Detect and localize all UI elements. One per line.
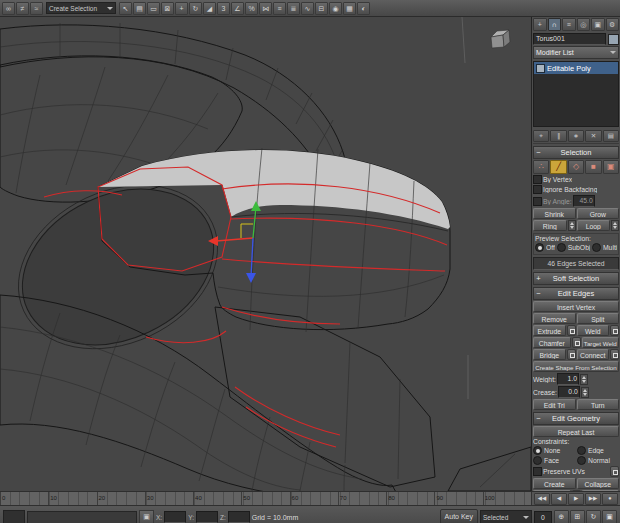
weld-button[interactable]: Weld [577,325,610,336]
target-weld-button[interactable]: Target Weld [582,337,620,348]
timeline-tick-label[interactable]: 20 [97,492,145,505]
curve-editor-icon[interactable]: ∿ [301,2,314,15]
modifier-list-dropdown[interactable]: Modifier List [533,46,619,59]
bind-to-spacewarp-icon[interactable]: ≈ [30,2,43,15]
connect-settings-button[interactable] [610,349,619,360]
material-editor-icon[interactable]: ◉ [329,2,342,15]
shrink-button[interactable]: Shrink [533,208,576,219]
coord-z-field[interactable] [228,511,250,523]
timeline-ruler[interactable]: 0102030405060708090100 [0,492,531,505]
bridge-button[interactable]: Bridge [533,349,566,360]
preview-subobj-radio[interactable] [557,243,566,252]
extrude-settings-button[interactable] [567,325,576,336]
preview-multi-radio[interactable] [592,243,601,252]
timeline-tick-label[interactable]: 100 [483,492,531,505]
object-color-swatch[interactable] [608,34,619,45]
turn-button[interactable]: Turn [577,399,620,410]
grow-button[interactable]: Grow [577,208,620,219]
loop-spinner[interactable] [611,220,619,231]
coord-y-field[interactable] [196,511,218,523]
insert-vertex-button[interactable]: Insert Vertex [533,301,619,312]
tab-display[interactable]: ▣ [591,18,605,31]
layer-manager-icon[interactable]: ≣ [287,2,300,15]
percent-snap-icon[interactable]: % [245,2,258,15]
edge-mode-button[interactable]: ╱ [550,160,566,174]
timeline-tick-label[interactable]: 30 [145,492,193,505]
scale-icon[interactable]: ◢ [203,2,216,15]
perspective-viewport[interactable] [0,17,532,491]
unlink-icon[interactable]: ≠ [16,2,29,15]
border-mode-button[interactable]: ◇ [568,160,584,174]
move-icon[interactable]: + [175,2,188,15]
by-vertex-checkbox[interactable]: By Vertex [533,175,619,184]
connect-button[interactable]: Connect [577,349,610,360]
align-icon[interactable]: ≡ [273,2,286,15]
remove-button[interactable]: Remove [533,313,576,324]
modifier-stack-row[interactable]: Editable Poly [534,62,618,74]
select-object-icon[interactable]: ↖ [119,2,132,15]
edit-tri-button[interactable]: Edit Tri [533,399,576,410]
maximize-viewport-icon[interactable]: ▣ [602,510,617,523]
timeline-tick-label[interactable]: 40 [193,492,241,505]
split-button[interactable]: Split [577,313,620,324]
collapse-button[interactable]: Collapse [577,478,620,489]
preserve-uvs-settings-button[interactable] [610,466,619,477]
zoom-extents-icon[interactable]: ⊞ [570,510,585,523]
window-crossing-icon[interactable]: ⊠ [161,2,174,15]
detach-button[interactable]: Detach [582,490,620,491]
preview-off-radio[interactable] [535,243,544,252]
render-setup-icon[interactable]: ▦ [343,2,356,15]
by-angle-checkbox[interactable]: By Angle: 45.0 [533,195,619,207]
auto-key-button[interactable]: Auto Key [440,509,478,523]
link-icon[interactable]: ∞ [2,2,15,15]
tab-hierarchy[interactable]: ≡ [562,18,576,31]
polygon-mode-button[interactable]: ■ [585,160,601,174]
timeline-tick-label[interactable]: 80 [386,492,434,505]
current-frame-field[interactable]: 0 [534,511,552,523]
play-button[interactable]: ▶ [568,493,584,505]
orbit-icon[interactable]: ↻ [586,510,601,523]
show-end-result-button[interactable]: ∥ [550,130,566,142]
modifier-stack-list[interactable]: Editable Poly [533,61,619,127]
crease-value[interactable]: 0.0 [558,386,580,398]
attach-settings-button[interactable] [572,490,581,491]
ring-spinner[interactable] [568,220,576,231]
repeat-last-button[interactable]: Repeat Last [533,426,619,437]
loop-button[interactable]: Loop [577,220,611,231]
constraint-normal-radio[interactable] [577,456,586,465]
go-to-start-button[interactable]: ◀◀ [534,493,550,505]
selection-lock-toggle[interactable]: ▣ [139,510,154,523]
edit-edges-rollout-header[interactable]: − Edit Edges [533,287,619,300]
crease-spinner[interactable] [581,387,589,398]
tab-motion[interactable]: ◎ [577,18,591,31]
timeline-tick-label[interactable]: 0 [0,492,48,505]
set-key-button[interactable]: ● [602,493,618,505]
soft-selection-rollout-header[interactable]: + Soft Selection [533,272,619,285]
timeline-tick-label[interactable]: 10 [48,492,96,505]
make-unique-button[interactable]: ∗ [568,130,584,142]
weight-spinner[interactable] [580,374,588,385]
by-angle-value[interactable]: 45.0 [573,195,595,207]
vertex-mode-button[interactable]: ∴ [533,160,549,174]
named-selection-set-combo[interactable]: Create Selection [46,2,116,14]
weld-settings-button[interactable] [610,325,619,336]
rotate-icon[interactable]: ↻ [189,2,202,15]
tab-utilities[interactable]: ⚙ [606,18,620,31]
bridge-settings-button[interactable] [567,349,576,360]
selection-region-icon[interactable]: ▭ [147,2,160,15]
selection-set-dropdown[interactable]: Selected [480,510,532,523]
constraint-none-radio[interactable] [533,446,542,455]
selection-rollout-header[interactable]: − Selection [533,146,619,159]
create-shape-button[interactable]: Create Shape From Selection [533,361,619,372]
mirror-icon[interactable]: ⋈ [259,2,272,15]
ignore-backfacing-checkbox[interactable]: Ignore Backfacing [533,185,619,194]
timeline-tick-label[interactable]: 90 [434,492,482,505]
constraint-edge-radio[interactable] [577,446,586,455]
zoom-icon[interactable]: ⊕ [554,510,569,523]
previous-frame-button[interactable]: ◀ [551,493,567,505]
tab-modify[interactable]: ∩ [548,18,562,31]
edit-geometry-rollout-header[interactable]: − Edit Geometry [533,412,619,425]
create-button[interactable]: Create [533,478,576,489]
angle-snap-icon[interactable]: ∠ [231,2,244,15]
tab-create[interactable]: + [533,18,547,31]
